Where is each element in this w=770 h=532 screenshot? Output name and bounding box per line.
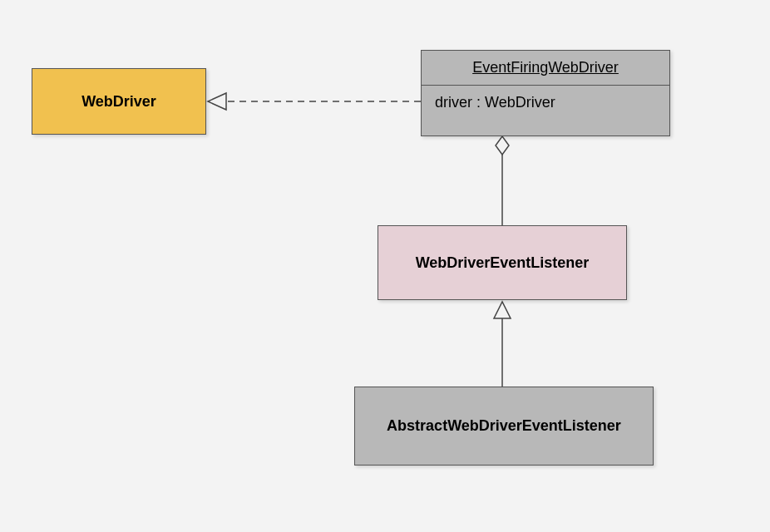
class-listener-label: WebDriverEventListener (416, 254, 590, 272)
connector-generalization (492, 300, 512, 387)
class-webdriver: WebDriver (32, 68, 206, 135)
class-event-firing-attribute: driver : WebDriver (422, 86, 669, 120)
class-event-firing-webdriver: EventFiringWebDriver driver : WebDriver (421, 50, 670, 136)
class-webdriver-event-listener: WebDriverEventListener (378, 225, 627, 300)
svg-marker-1 (208, 93, 226, 110)
svg-marker-3 (496, 136, 509, 155)
class-event-firing-title: EventFiringWebDriver (422, 51, 669, 86)
class-abstract-listener-label: AbstractWebDriverEventListener (387, 417, 621, 435)
class-webdriver-label: WebDriver (81, 93, 156, 111)
connector-aggregation (492, 136, 512, 225)
class-abstract-webdriver-event-listener: AbstractWebDriverEventListener (354, 387, 654, 466)
svg-marker-5 (494, 302, 511, 318)
connector-realization (206, 83, 421, 120)
